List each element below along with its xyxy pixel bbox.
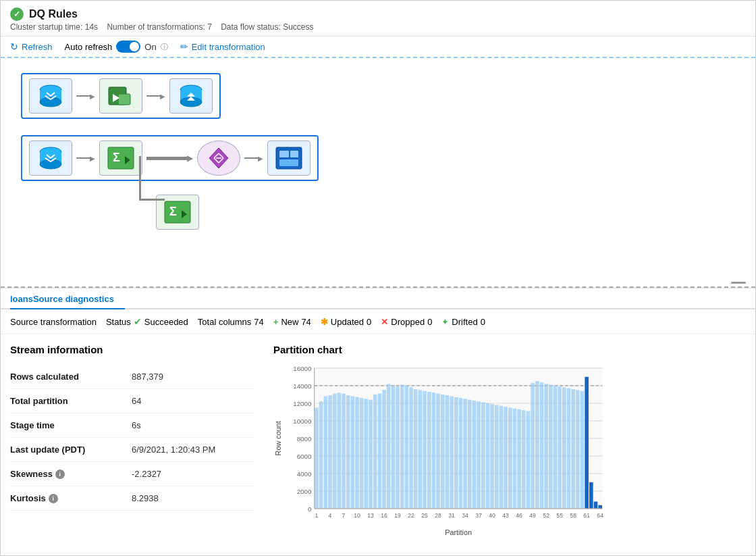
svg-text:1: 1 (315, 512, 319, 519)
svg-text:Σ: Σ (169, 205, 177, 218)
info-row: Kurtosisi8.2938 (10, 486, 253, 511)
svg-rect-46 (328, 395, 332, 509)
svg-rect-69 (432, 393, 436, 509)
info-label: Total partition (10, 396, 132, 406)
chart-svg: 0200040006000800010000120001400016000147… (273, 361, 746, 536)
info-tooltip-icon[interactable]: i (49, 494, 58, 503)
drifted-icon: ✦ (441, 317, 449, 327)
toggle-knob (130, 42, 139, 51)
header-title: ✓ DQ Rules (10, 7, 746, 21)
sink-node-1[interactable] (169, 78, 213, 113)
svg-rect-77 (468, 400, 472, 509)
status-bar: Source transformation Status ✔ Succeeded… (1, 309, 755, 334)
auto-refresh-label: Auto refresh (65, 42, 113, 52)
svg-rect-64 (409, 387, 413, 508)
total-columns-item: Total columns 74 (198, 317, 264, 327)
svg-text:Σ: Σ (113, 151, 120, 164)
svg-text:19: 19 (394, 512, 401, 519)
svg-rect-85 (504, 407, 508, 509)
svg-text:2000: 2000 (297, 488, 312, 495)
svg-rect-61 (396, 386, 400, 509)
svg-text:58: 58 (570, 512, 576, 519)
refresh-icon: ↻ (10, 41, 18, 52)
stream-rows: Rows calculated887,379Total partition64S… (10, 365, 253, 511)
info-icon[interactable]: ⓘ (161, 42, 168, 52)
svg-rect-87 (513, 409, 517, 509)
svg-rect-65 (414, 389, 418, 509)
chart-title: Partition chart (273, 344, 746, 355)
flow-canvas: ▶ ▶ (1, 58, 755, 288)
svg-rect-90 (526, 411, 531, 509)
header: ✓ DQ Rules Cluster startup time: 14s Num… (1, 1, 755, 36)
svg-text:6000: 6000 (297, 453, 312, 460)
svg-rect-96 (554, 386, 558, 509)
svg-rect-70 (436, 394, 440, 509)
diag-tab-loans[interactable]: loansSource diagnostics (10, 288, 125, 309)
svg-rect-54 (364, 399, 369, 509)
svg-rect-49 (342, 394, 346, 509)
info-row: Skewnessi-2.2327 (10, 462, 253, 486)
split-node[interactable] (197, 141, 240, 176)
svg-text:37: 37 (475, 512, 482, 519)
info-value: -2.2327 (132, 469, 161, 479)
svg-text:12000: 12000 (293, 400, 312, 407)
data-flow-status: Data flow status: Success (221, 22, 313, 32)
drifted-item: ✦ Drifted 0 (441, 317, 485, 327)
svg-text:14000: 14000 (293, 382, 312, 390)
source-node-1[interactable] (29, 78, 72, 113)
svg-rect-75 (459, 398, 463, 509)
svg-text:4000: 4000 (297, 470, 312, 478)
stream-info-title: Stream information (10, 344, 253, 355)
svg-rect-11 (108, 147, 134, 169)
svg-rect-74 (454, 397, 458, 509)
output-node-1[interactable] (267, 141, 310, 176)
svg-rect-89 (522, 410, 526, 509)
svg-text:8000: 8000 (297, 435, 312, 443)
svg-text:Row count: Row count (274, 421, 282, 455)
info-value: 64 (132, 396, 141, 406)
svg-rect-79 (477, 401, 481, 509)
svg-text:13: 13 (367, 512, 374, 519)
svg-rect-106 (598, 505, 602, 509)
info-tooltip-icon[interactable]: i (55, 470, 65, 479)
svg-text:10000: 10000 (293, 418, 312, 425)
new-value: 74 (301, 317, 310, 327)
toolbar: ↻ Refresh Auto refresh On ⓘ ✏ Edit trans… (1, 36, 755, 58)
dropped-icon: ✕ (381, 317, 388, 327)
scroll-indicator (731, 282, 746, 284)
svg-rect-95 (549, 385, 553, 509)
svg-text:61: 61 (583, 512, 590, 519)
auto-refresh-toggle[interactable] (116, 41, 140, 53)
svg-text:55: 55 (556, 512, 563, 519)
on-label: On (144, 42, 156, 52)
svg-rect-98 (562, 387, 566, 508)
refresh-button[interactable]: ↻ Refresh (10, 41, 53, 52)
svg-rect-72 (446, 395, 450, 509)
svg-rect-66 (418, 390, 423, 509)
svg-rect-86 (508, 407, 512, 509)
new-item: + New 74 (273, 317, 311, 327)
svg-text:34: 34 (462, 512, 468, 519)
edit-transformation-button[interactable]: ✏ Edit transformation (180, 41, 265, 52)
svg-rect-45 (324, 396, 328, 508)
svg-text:43: 43 (502, 512, 509, 519)
transform-node-1[interactable] (99, 78, 142, 113)
svg-text:52: 52 (543, 512, 549, 519)
svg-rect-58 (382, 390, 386, 509)
svg-text:40: 40 (489, 512, 495, 519)
aggregate-node-1[interactable]: Σ (99, 141, 142, 176)
svg-text:10: 10 (354, 512, 360, 519)
svg-rect-100 (571, 389, 575, 509)
updated-label: Updated (331, 317, 364, 327)
svg-rect-73 (450, 396, 454, 508)
svg-text:4: 4 (329, 512, 332, 519)
svg-rect-80 (481, 403, 485, 509)
info-row: Last update (PDT)6/9/2021, 1:20:43 PM (10, 438, 253, 462)
source-node-2[interactable] (29, 141, 72, 176)
info-label: Rows calculated (10, 372, 132, 382)
svg-rect-59 (387, 384, 391, 509)
svg-text:22: 22 (408, 512, 414, 519)
svg-rect-67 (423, 391, 427, 509)
total-columns-value: 74 (254, 317, 263, 327)
svg-rect-97 (558, 386, 562, 509)
